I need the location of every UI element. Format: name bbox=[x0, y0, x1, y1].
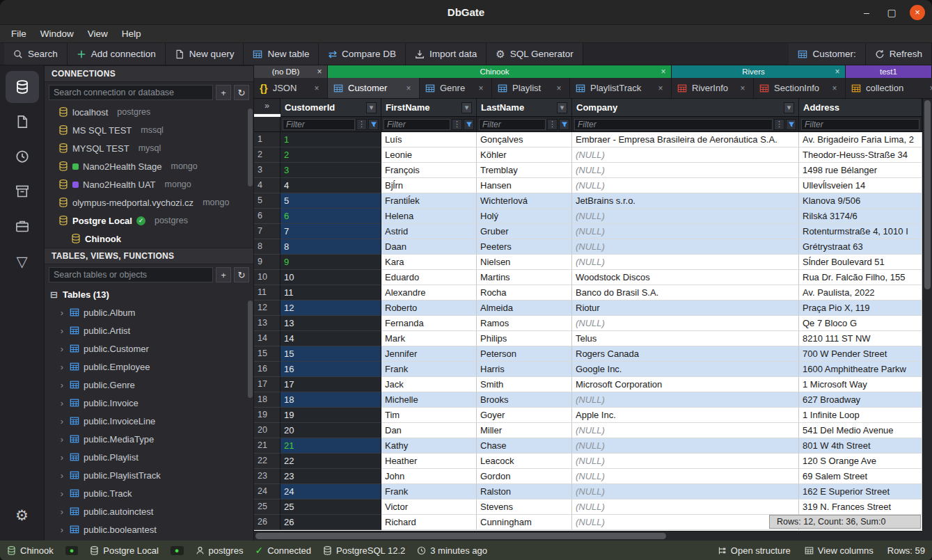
row-number[interactable]: 1 bbox=[254, 132, 281, 147]
toolbar-new-query-button[interactable]: New query bbox=[166, 43, 244, 65]
table-item-public-genre[interactable]: ›public.Genre bbox=[45, 376, 253, 394]
close-tab-icon[interactable]: × bbox=[554, 83, 564, 93]
cell-address[interactable]: Ullevĺlsveien 14 bbox=[799, 178, 922, 193]
cell-customerid[interactable]: 4 bbox=[281, 178, 381, 193]
cell-firstname[interactable]: Frank bbox=[381, 362, 477, 377]
column-dropdown-icon[interactable]: ▾ bbox=[784, 102, 794, 113]
row-number[interactable]: 6 bbox=[254, 209, 281, 224]
table-item-public-booleantest[interactable]: ›public.booleantest bbox=[45, 520, 253, 538]
cell-address[interactable]: Sĺnder Boulevard 51 bbox=[799, 255, 922, 270]
cell-lastname[interactable]: Leacock bbox=[477, 454, 572, 469]
close-tab-icon[interactable]: × bbox=[832, 67, 842, 77]
filter-menu-icon[interactable]: ⋮ bbox=[547, 119, 558, 130]
menu-window[interactable]: Window bbox=[33, 26, 81, 41]
table-item-public-playlisttrack[interactable]: ›public.PlaylistTrack bbox=[45, 466, 253, 484]
cell-address[interactable]: 700 W Pender Street bbox=[799, 346, 922, 362]
column-header-lastname[interactable]: LastName▾ bbox=[477, 99, 572, 117]
filter-input-customerid[interactable] bbox=[283, 119, 355, 130]
cell-address[interactable]: 1 Infinite Loop bbox=[799, 408, 922, 423]
connection-item-nano2health-stage[interactable]: Nano2Health Stagemongo bbox=[45, 157, 253, 175]
status-postgre-local[interactable]: Postgre Local bbox=[90, 545, 159, 556]
tab-collection[interactable]: collection× bbox=[846, 78, 932, 98]
cell-address[interactable]: 1498 rue Bélanger bbox=[799, 163, 922, 178]
toolbar-compare-db-button[interactable]: ⇄Compare DB bbox=[319, 43, 406, 65]
expand-chevron-icon[interactable]: › bbox=[58, 398, 65, 408]
activitybar-archive-button[interactable] bbox=[6, 175, 39, 207]
cell-lastname[interactable]: Rocha bbox=[477, 285, 572, 301]
column-dropdown-icon[interactable]: ▾ bbox=[461, 102, 472, 113]
row-number[interactable]: 17 bbox=[254, 377, 281, 392]
refresh-connections-button[interactable]: ↻ bbox=[234, 85, 249, 100]
expand-chevron-icon[interactable]: › bbox=[58, 506, 65, 517]
filter-funnel-icon[interactable] bbox=[368, 119, 379, 130]
cell-customerid[interactable]: 24 bbox=[281, 484, 381, 499]
cell-address[interactable]: 120 S Orange Ave bbox=[799, 454, 922, 469]
cell-customerid[interactable]: 15 bbox=[281, 346, 381, 362]
filter-funnel-icon[interactable] bbox=[464, 119, 474, 130]
cell-customerid[interactable]: 20 bbox=[281, 423, 381, 438]
filter-menu-icon[interactable]: ⋮ bbox=[452, 119, 462, 130]
cell-firstname[interactable]: Michelle bbox=[381, 392, 477, 408]
cell-address[interactable]: Praça Pio X, 119 bbox=[799, 301, 922, 316]
filter-input-lastname[interactable] bbox=[479, 119, 546, 130]
row-number[interactable]: 5 bbox=[254, 193, 281, 209]
cell-customerid[interactable]: 1 bbox=[281, 132, 381, 147]
cell-firstname[interactable]: François bbox=[381, 163, 477, 178]
cell-company[interactable]: (NULL) bbox=[572, 209, 799, 224]
cell-lastname[interactable]: Martins bbox=[477, 270, 572, 285]
vertical-scrollbar-thumb[interactable] bbox=[924, 100, 931, 289]
cell-firstname[interactable]: John bbox=[381, 469, 477, 484]
column-header-address[interactable]: Address bbox=[799, 99, 922, 117]
table-item-public-track[interactable]: ›public.Track bbox=[45, 484, 253, 502]
close-tab-icon[interactable]: × bbox=[738, 83, 748, 93]
cell-lastname[interactable]: Gruber bbox=[477, 224, 572, 239]
activitybar-apps-button[interactable] bbox=[6, 210, 39, 242]
cell-customerid[interactable]: 18 bbox=[281, 392, 381, 408]
cell-customerid[interactable]: 8 bbox=[281, 239, 381, 255]
cell-address[interactable]: 319 N. Frances Street bbox=[799, 499, 922, 515]
filter-input-company[interactable] bbox=[574, 119, 773, 130]
cell-lastname[interactable]: Stevens bbox=[477, 499, 572, 515]
cell-lastname[interactable]: Harris bbox=[477, 362, 572, 377]
cell-firstname[interactable]: Jennifer bbox=[381, 346, 477, 362]
table-item-public-invoice[interactable]: ›public.Invoice bbox=[45, 394, 253, 412]
status-postgresql-12-2[interactable]: PostgreSQL 12.2 bbox=[323, 545, 405, 556]
expand-chevron-icon[interactable]: › bbox=[58, 525, 65, 535]
row-number[interactable]: 19 bbox=[254, 408, 281, 423]
cell-lastname[interactable]: Tremblay bbox=[477, 163, 572, 178]
expand-chevron-icon[interactable]: › bbox=[58, 362, 65, 372]
expand-chevron-icon[interactable]: › bbox=[58, 416, 65, 426]
vertical-scrollbar[interactable] bbox=[922, 99, 932, 531]
tab-sectioninfo[interactable]: SectionInfo× bbox=[754, 78, 846, 98]
cell-company[interactable]: JetBrains s.r.o. bbox=[572, 193, 799, 209]
cell-address[interactable]: 1 Microsoft Way bbox=[799, 377, 922, 392]
row-number[interactable]: 9 bbox=[254, 255, 281, 270]
cell-company[interactable]: Banco do Brasil S.A. bbox=[572, 285, 799, 301]
row-number[interactable]: 7 bbox=[254, 224, 281, 239]
status-rows-59[interactable]: Rows: 59 bbox=[887, 545, 925, 556]
cell-firstname[interactable]: Heather bbox=[381, 454, 477, 469]
status-postgres[interactable]: postgres bbox=[196, 545, 244, 556]
minimize-button[interactable]: – bbox=[860, 7, 874, 18]
cell-address[interactable]: 8210 111 ST NW bbox=[799, 331, 922, 346]
close-tab-icon[interactable]: × bbox=[658, 67, 668, 77]
connection-item-nano2health-uat[interactable]: Nano2Health UATmongo bbox=[45, 175, 253, 193]
cell-firstname[interactable]: Daan bbox=[381, 239, 477, 255]
cell-firstname[interactable]: Richard bbox=[381, 515, 477, 530]
close-tab-icon[interactable]: × bbox=[830, 83, 839, 93]
connection-item-chinook[interactable]: Chinook bbox=[45, 230, 253, 248]
cell-customerid[interactable]: 21 bbox=[281, 438, 381, 454]
toolbar-customer-button[interactable]: Customer: bbox=[789, 43, 865, 65]
column-header-customerid[interactable]: CustomerId▾ bbox=[281, 99, 381, 117]
activitybar-database-button[interactable] bbox=[6, 71, 39, 103]
horizontal-scrollbar[interactable] bbox=[254, 531, 922, 541]
filter-input-address[interactable] bbox=[801, 119, 919, 130]
filter-menu-icon[interactable]: ⋮ bbox=[774, 119, 784, 130]
cell-firstname[interactable]: Victor bbox=[381, 499, 477, 515]
cell-company[interactable]: (NULL) bbox=[572, 423, 799, 438]
cell-lastname[interactable]: Miller bbox=[477, 423, 572, 438]
row-number[interactable]: 14 bbox=[254, 331, 281, 346]
cell-customerid[interactable]: 9 bbox=[281, 255, 381, 270]
cell-company[interactable]: (NULL) bbox=[572, 438, 799, 454]
close-tab-icon[interactable]: × bbox=[315, 67, 324, 77]
